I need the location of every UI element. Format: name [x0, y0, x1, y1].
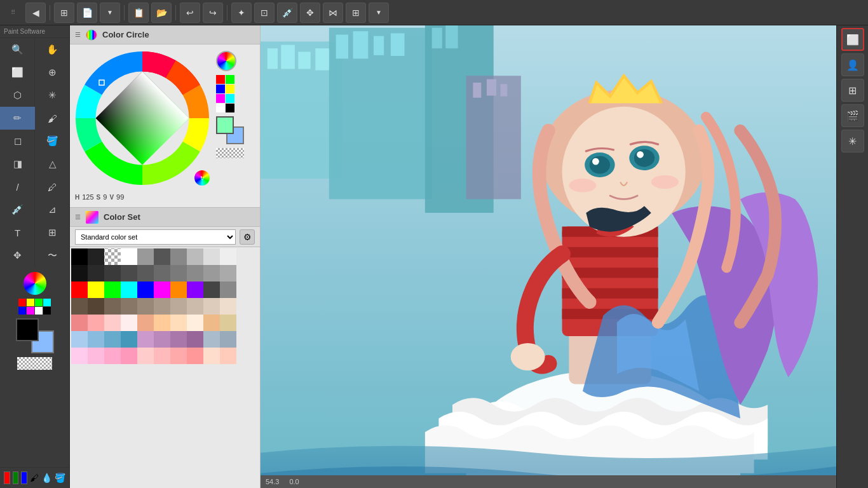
- mini-swatch-7[interactable]: [226, 104, 234, 112]
- color-wheel-svg[interactable]: [72, 48, 212, 188]
- swatch-cell[interactable]: [137, 265, 154, 281]
- swatch-cell[interactable]: [88, 298, 104, 315]
- open-btn[interactable]: 📂: [151, 3, 172, 23]
- swatch-cell[interactable]: [154, 298, 170, 315]
- swatch-cell[interactable]: [220, 248, 236, 265]
- swatch-cell-checker[interactable]: [104, 248, 121, 265]
- undo-btn[interactable]: ↩: [180, 3, 200, 23]
- color-wheel-wrapper[interactable]: ↻: [72, 48, 212, 188]
- bottom-fill-icon[interactable]: 💧: [41, 470, 52, 485]
- swatch-cell[interactable]: [220, 331, 236, 348]
- swatch-white[interactable]: [35, 307, 43, 315]
- select-rect-tool[interactable]: ⬜: [0, 61, 35, 84]
- swatch-cell[interactable]: [203, 298, 220, 315]
- bottom-green-swatch[interactable]: [13, 471, 19, 484]
- swatch-red[interactable]: [18, 299, 26, 306]
- transparent-swatch[interactable]: [216, 148, 244, 158]
- swatch-cell[interactable]: [71, 315, 88, 331]
- more-btn[interactable]: ▼: [369, 3, 389, 23]
- swatch-cell[interactable]: [187, 348, 203, 364]
- swatch-cell[interactable]: [121, 265, 137, 281]
- redo-btn[interactable]: ↪: [203, 3, 223, 23]
- mini-swatch-3[interactable]: [226, 85, 234, 93]
- swatch-cell[interactable]: [88, 265, 104, 281]
- canvas-area[interactable]: 54.3 0.0: [261, 25, 836, 488]
- move-tool[interactable]: ✥: [0, 244, 35, 267]
- swatch-cell[interactable]: [220, 265, 236, 281]
- swatch-cell[interactable]: [104, 298, 121, 315]
- prev-btn[interactable]: ◀: [25, 3, 46, 23]
- swatch-cell[interactable]: [220, 348, 236, 364]
- swatch-cell[interactable]: [187, 281, 203, 298]
- swatch-magenta[interactable]: [27, 307, 34, 315]
- gradient-tool[interactable]: ◨: [0, 152, 35, 175]
- swatch-cell[interactable]: [203, 315, 220, 331]
- layers-btn[interactable]: ⊞: [841, 79, 864, 102]
- smudge-tool[interactable]: 〜: [35, 244, 70, 267]
- swatch-cell[interactable]: [220, 315, 236, 331]
- swatch-cell[interactable]: [121, 281, 137, 298]
- color-wheel-btn[interactable]: [216, 51, 236, 71]
- mini-swatch-4[interactable]: [216, 94, 225, 103]
- swatch-cell[interactable]: [71, 331, 88, 348]
- foreground-color[interactable]: [16, 318, 39, 341]
- swatch-cell[interactable]: [121, 315, 137, 331]
- swatch-cell[interactable]: [71, 281, 88, 298]
- mini-swatch-6[interactable]: [216, 104, 225, 112]
- swatch-cell[interactable]: [88, 348, 104, 364]
- pen-tool[interactable]: 🖊: [35, 175, 70, 198]
- swatch-cell[interactable]: [137, 248, 154, 265]
- swatch-cell[interactable]: [203, 248, 220, 265]
- swatch-cell[interactable]: [154, 315, 170, 331]
- swatch-yellow[interactable]: [27, 299, 34, 306]
- color-set-settings-btn[interactable]: ⚙: [240, 229, 255, 245]
- swatch-cell[interactable]: [203, 348, 220, 364]
- swatch-cell[interactable]: [137, 348, 154, 364]
- cs-menu-icon[interactable]: ☰: [75, 214, 81, 220]
- grid-btn[interactable]: ⊞: [54, 3, 74, 23]
- bottom-red-swatch[interactable]: [4, 471, 10, 484]
- transform-btn[interactable]: ⊡: [254, 3, 275, 23]
- color-rotate-btn[interactable]: ↻: [194, 170, 210, 186]
- swatch-cell[interactable]: [137, 331, 154, 348]
- brush-tool[interactable]: 🖌: [35, 107, 70, 130]
- artwork-canvas[interactable]: [261, 25, 836, 488]
- swatch-cell[interactable]: [154, 248, 170, 265]
- swatch-cell[interactable]: [121, 331, 137, 348]
- warp-btn[interactable]: ⋈: [323, 3, 343, 23]
- pencil-tool[interactable]: ✏: [0, 107, 35, 130]
- magic-wand-tool[interactable]: ✳: [35, 84, 70, 107]
- swatch-blue[interactable]: [18, 307, 26, 315]
- mini-swatch-5[interactable]: [226, 94, 234, 103]
- border-btn[interactable]: ⬜: [841, 28, 864, 51]
- swatch-cell[interactable]: [88, 331, 104, 348]
- swatch-cell[interactable]: [104, 348, 121, 364]
- text-tool[interactable]: T: [0, 221, 35, 244]
- film-btn[interactable]: 🎬: [841, 104, 864, 127]
- swatch-cell[interactable]: [170, 298, 187, 315]
- swatch-cell[interactable]: [88, 281, 104, 298]
- doc-btn[interactable]: 📄: [77, 3, 97, 23]
- swatch-cell[interactable]: [203, 281, 220, 298]
- swatch-cell[interactable]: [71, 298, 88, 315]
- dropdown-btn[interactable]: ▼: [100, 3, 120, 23]
- transform-tool[interactable]: ⊕: [35, 61, 70, 84]
- merge-btn[interactable]: ⊞: [346, 3, 366, 23]
- swatch-cell[interactable]: [187, 331, 203, 348]
- swatch-cell[interactable]: [104, 265, 121, 281]
- swatch-cell[interactable]: [187, 265, 203, 281]
- line-tool[interactable]: /: [0, 175, 35, 198]
- bottom-eyedrop-icon[interactable]: 🪣: [55, 470, 65, 485]
- swatch-cell[interactable]: [187, 298, 203, 315]
- bottom-blue-swatch[interactable]: [21, 471, 27, 484]
- swatch-cell[interactable]: [121, 298, 137, 315]
- swatch-cell[interactable]: [170, 281, 187, 298]
- swatch-lime[interactable]: [35, 299, 43, 306]
- swatch-cell[interactable]: [154, 348, 170, 364]
- eyedrop-tool[interactable]: 💉: [0, 198, 35, 221]
- swatch-cell[interactable]: [170, 348, 187, 364]
- lasso-tool[interactable]: ⬡: [0, 84, 35, 107]
- swatch-cell[interactable]: [88, 315, 104, 331]
- swatch-cell[interactable]: [154, 331, 170, 348]
- mini-swatch-0[interactable]: [216, 75, 225, 84]
